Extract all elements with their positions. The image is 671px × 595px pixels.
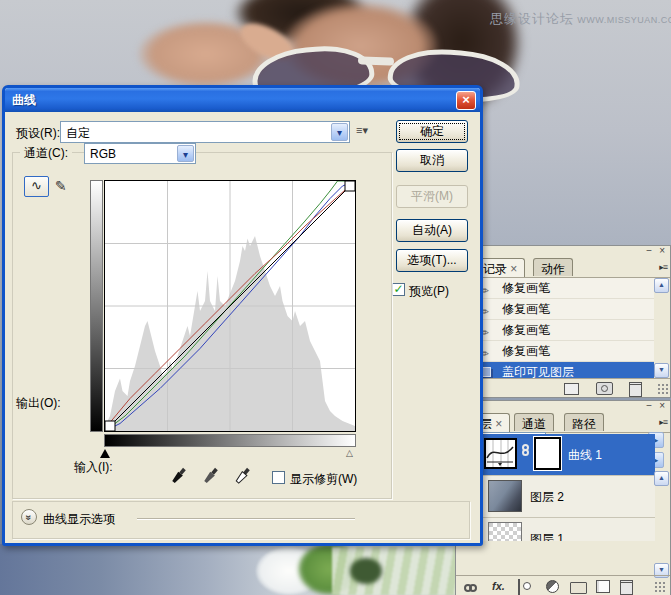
tab-paths[interactable]: 路径 <box>564 413 604 431</box>
display-options-label[interactable]: 曲线显示选项 <box>43 511 115 528</box>
minimize-icon[interactable]: − <box>646 246 652 256</box>
tab-channels[interactable]: 通道 <box>514 413 554 431</box>
tab-actions[interactable]: 动作 <box>533 258 573 276</box>
layer-name: 图层 1 <box>530 531 564 541</box>
chevron-down-icon[interactable]: ▾ <box>331 123 348 141</box>
close-icon[interactable]: × <box>659 246 665 256</box>
output-gradient-bar <box>90 180 103 432</box>
history-item[interactable]: ✎修复画笔 <box>471 341 654 362</box>
screenshot-root: 思缘设计论坛 WWW.MISSYUAN.COM − × 记录 × 动作 ▸≡ ✎… <box>0 0 671 595</box>
preset-dropdown[interactable]: 自定 ▾ <box>60 121 350 143</box>
layer-row[interactable]: 曲线 1 <box>456 434 655 476</box>
curve-plot-area[interactable] <box>104 180 356 432</box>
panel-menu-icon[interactable]: ▸≡ <box>659 417 667 427</box>
gray-point-eyedropper-icon[interactable] <box>202 466 219 486</box>
delete-layer-icon[interactable] <box>620 580 633 595</box>
layer-row-content[interactable]: 图层 2 <box>482 476 655 517</box>
input-gradient-bar <box>104 434 356 447</box>
panel-menu-icon[interactable]: ▸≡ <box>659 262 667 272</box>
expander-icon[interactable]: » <box>21 509 37 525</box>
preset-options-icon[interactable]: ≡▾ <box>356 124 368 137</box>
history-scrollbar[interactable]: ▲ ▼ <box>654 278 669 378</box>
curve-tool-button[interactable]: ∿ <box>24 176 49 197</box>
delete-state-icon[interactable] <box>629 382 642 397</box>
history-panel-titlebar: − × <box>471 246 670 258</box>
layer-row-content[interactable]: 图层 1 <box>482 518 655 541</box>
check-icon: ✓ <box>393 284 404 295</box>
new-snapshot-icon[interactable] <box>596 382 613 395</box>
ok-button[interactable]: 确定 <box>396 120 468 143</box>
channel-label: 通道(C): <box>20 145 72 162</box>
history-item[interactable]: ✎修复画笔 <box>471 320 654 341</box>
input-label: 输入(I): <box>74 459 113 476</box>
history-panel: − × 记录 × 动作 ▸≡ ✎修复画笔✎修复画笔✎修复画笔✎修复画笔盖印可见图… <box>470 245 671 398</box>
history-tabrow: 记录 × 动作 ▸≡ <box>471 258 670 278</box>
new-adjustment-layer-icon[interactable] <box>546 580 559 593</box>
close-icon[interactable]: × <box>659 401 665 411</box>
layer-thumbnail[interactable] <box>488 480 522 512</box>
layer-name: 图层 2 <box>530 489 564 506</box>
resize-grip-icon[interactable] <box>657 383 668 394</box>
history-item-label: 修复画笔 <box>502 278 550 298</box>
watermark: 思缘设计论坛 WWW.MISSYUAN.COM <box>490 10 671 28</box>
auto-button[interactable]: 自动(A) <box>396 219 468 242</box>
double-chevron-icon: » <box>23 515 36 521</box>
smooth-button: 平滑(M) <box>396 185 468 208</box>
white-point-eyedropper-icon[interactable] <box>234 466 251 486</box>
new-document-from-state-icon[interactable] <box>564 383 579 395</box>
minimize-icon[interactable]: − <box>646 401 652 411</box>
curve-endpoint[interactable] <box>345 181 355 191</box>
layer-row[interactable]: 图层 1 <box>456 518 655 541</box>
history-list: ✎修复画笔✎修复画笔✎修复画笔✎修复画笔盖印可见图层 <box>471 278 654 378</box>
layer-mask-thumbnail[interactable] <box>534 437 561 470</box>
chevron-down-icon[interactable]: ▾ <box>177 145 194 162</box>
history-item[interactable]: 盖印可见图层 <box>471 362 654 378</box>
curve-endpoint[interactable] <box>105 421 115 431</box>
adjustment-layer-thumbnail[interactable] <box>484 438 517 469</box>
pencil-tool-icon[interactable]: ✎ <box>55 178 67 194</box>
add-layer-mask-icon[interactable] <box>518 579 520 595</box>
options-button[interactable]: 选项(T)... <box>396 249 468 272</box>
history-item-label: 修复画笔 <box>502 341 550 361</box>
new-group-icon[interactable] <box>570 582 587 594</box>
cancel-button[interactable]: 取消 <box>396 149 468 172</box>
scroll-down-icon[interactable]: ▼ <box>654 363 669 378</box>
curve-plot-svg[interactable] <box>105 181 355 431</box>
link-mask-icon[interactable] <box>522 446 529 456</box>
history-bottom-bar <box>471 378 670 398</box>
history-item-label: 修复画笔 <box>502 320 550 340</box>
history-item-label: 修复画笔 <box>502 299 550 319</box>
layer-row[interactable]: 图层 2 <box>456 476 655 518</box>
layers-scrollbar[interactable]: ▲ ▼ <box>654 471 669 578</box>
close-icon[interactable]: × <box>456 91 476 110</box>
preview-label: 预览(P) <box>409 283 449 300</box>
channel-dropdown[interactable]: RGB ▾ <box>84 143 196 164</box>
tab-close-icon[interactable]: × <box>495 417 502 431</box>
scroll-up-icon[interactable]: ▲ <box>654 471 669 486</box>
preview-checkbox[interactable]: ✓ <box>392 283 405 296</box>
preset-label: 预设(R): <box>16 125 60 142</box>
sunglasses-bridge <box>358 56 394 65</box>
dialog-titlebar[interactable]: 曲线 × <box>5 88 480 112</box>
tab-channels-label: 通道 <box>522 417 546 431</box>
link-layers-icon[interactable] <box>464 581 477 595</box>
layer-row-content[interactable]: 曲线 1 <box>482 434 655 475</box>
layer-thumbnail-transparent[interactable] <box>488 522 522 541</box>
resize-grip-icon[interactable] <box>654 581 665 592</box>
layers-bottom-bar: fx. <box>456 575 670 595</box>
black-point-eyedropper-icon[interactable] <box>170 466 187 486</box>
leaf-dark <box>350 558 382 584</box>
show-clipping-checkbox[interactable] <box>272 471 285 484</box>
channel-value: RGB <box>90 147 116 161</box>
watermark-site-url: WWW.MISSYUAN.COM <box>577 15 671 25</box>
input-shadow-slider[interactable] <box>100 449 110 458</box>
preset-value: 自定 <box>66 125 90 142</box>
tab-actions-label: 动作 <box>541 262 565 276</box>
tab-close-icon[interactable]: × <box>510 262 517 276</box>
history-item[interactable]: ✎修复画笔 <box>471 278 654 299</box>
history-item[interactable]: ✎修复画笔 <box>471 299 654 320</box>
new-layer-icon[interactable] <box>596 580 610 593</box>
input-highlight-slider[interactable]: △ <box>346 449 353 458</box>
layer-style-icon[interactable]: fx. <box>492 580 505 592</box>
scroll-up-icon[interactable]: ▲ <box>654 278 669 293</box>
